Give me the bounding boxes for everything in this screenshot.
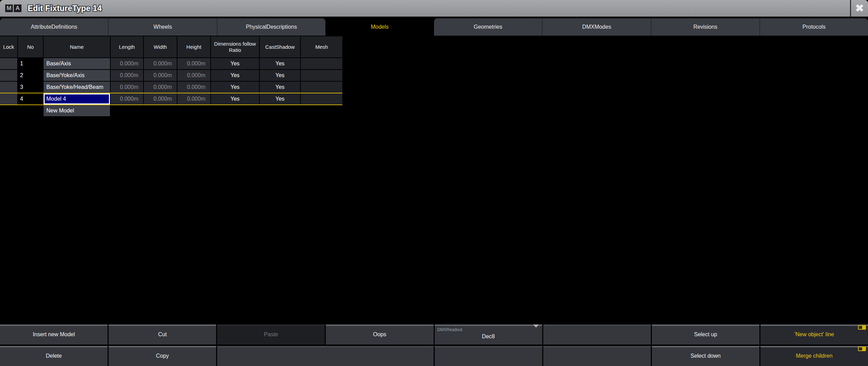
- edit-fixturetype-window: M A Edit FixtureType 14 ✖ AttributeDefin…: [0, 0, 868, 366]
- table-header-row: Lock No Name Length Width Height Dimensi…: [0, 36, 342, 57]
- delete-button[interactable]: Delete: [0, 346, 108, 366]
- column-header-dimensions-follow-ratio[interactable]: Dimensions follow Ratio: [211, 36, 259, 57]
- empty-button: [217, 346, 433, 366]
- cell-length[interactable]: 0.000m: [111, 70, 143, 81]
- ma-logo: M A: [5, 4, 21, 12]
- cell-dimensions-follow-ratio[interactable]: Yes: [211, 82, 259, 93]
- new-object-line-toggle[interactable]: 'New object' line: [760, 324, 868, 345]
- new-object-line-label: 'New object' line: [794, 331, 834, 338]
- cell-width[interactable]: 0.000m: [144, 70, 177, 81]
- empty-button: [435, 346, 542, 366]
- cell-height[interactable]: 0.000m: [177, 82, 210, 93]
- column-header-length[interactable]: Length: [111, 36, 143, 57]
- tab-attributedefinitions[interactable]: AttributeDefinitions: [0, 18, 108, 36]
- cell-no[interactable]: 1: [18, 58, 43, 69]
- cell-dimensions-follow-ratio[interactable]: Yes: [211, 70, 259, 81]
- bottom-toolbar: Insert new Model Cut Paste Oops DMXReado…: [0, 324, 868, 366]
- cell-castshadow[interactable]: Yes: [260, 58, 300, 69]
- dmx-readout-label: DMXReadout: [437, 327, 462, 332]
- close-icon: ✖: [855, 3, 864, 13]
- dmx-readout-value: Dec8: [482, 329, 495, 340]
- cell-height[interactable]: 0.000m: [177, 70, 210, 81]
- cell-mesh[interactable]: [301, 93, 342, 104]
- cell-lock[interactable]: [0, 82, 17, 93]
- tab-protocols[interactable]: Protocols: [759, 18, 868, 36]
- tab-bar: AttributeDefinitions Wheels PhysicalDesc…: [0, 18, 868, 36]
- tab-dmxmodes[interactable]: DMXModes: [542, 18, 650, 36]
- merge-children-label: Merge children: [796, 353, 833, 359]
- column-header-name[interactable]: Name: [44, 36, 110, 57]
- tab-group-left: AttributeDefinitions Wheels PhysicalDesc…: [0, 18, 325, 36]
- paste-button: Paste: [217, 324, 325, 345]
- cell-name[interactable]: Base/Yoke/Head/Beam: [44, 82, 110, 93]
- table-row: 3 Base/Yoke/Head/Beam 0.000m 0.000m 0.00…: [0, 82, 342, 93]
- cell-height[interactable]: 0.000m: [177, 58, 210, 69]
- cell-name[interactable]: Base/Axis: [44, 58, 110, 69]
- name-edit-field[interactable]: [44, 93, 110, 104]
- cell-width[interactable]: 0.000m: [144, 82, 177, 93]
- dropdown-triangle-icon: [533, 324, 539, 328]
- tab-revisions[interactable]: Revisions: [651, 18, 759, 36]
- tab-geometries[interactable]: Geometries: [434, 18, 542, 36]
- cell-length[interactable]: 0.000m: [111, 93, 143, 104]
- cell-lock[interactable]: [0, 70, 17, 81]
- table-row-selected: 4 0.000m 0.000m 0.000m Yes Yes: [0, 93, 342, 104]
- cell-width[interactable]: 0.000m: [144, 58, 177, 69]
- toggle-indicator-icon: [858, 347, 866, 351]
- cell-no[interactable]: 2: [18, 70, 43, 81]
- table-row: 1 Base/Axis 0.000m 0.000m 0.000m Yes Yes: [0, 58, 342, 69]
- column-header-lock[interactable]: Lock: [0, 36, 17, 57]
- column-header-width[interactable]: Width: [144, 36, 177, 57]
- cell-name-editing: [44, 93, 110, 104]
- column-header-mesh[interactable]: Mesh: [301, 36, 342, 57]
- toggle-indicator-icon: [858, 325, 866, 330]
- cell-castshadow[interactable]: Yes: [260, 82, 300, 93]
- cell-name[interactable]: Base/Yoke/Axis: [44, 70, 110, 81]
- table-row: 2 Base/Yoke/Axis 0.000m 0.000m 0.000m Ye…: [0, 70, 342, 81]
- select-up-button[interactable]: Select up: [652, 324, 759, 345]
- column-header-height[interactable]: Height: [177, 36, 210, 57]
- cell-no[interactable]: 4: [18, 93, 43, 104]
- tab-group-right: Geometries DMXModes Revisions Protocols: [434, 18, 868, 36]
- cell-mesh[interactable]: [301, 82, 342, 93]
- ma-logo-m: M: [5, 4, 13, 12]
- cell-dimensions-follow-ratio[interactable]: Yes: [211, 93, 259, 104]
- empty-button: [543, 346, 651, 366]
- cell-dimensions-follow-ratio[interactable]: Yes: [211, 58, 259, 69]
- cell-no[interactable]: 3: [18, 82, 43, 93]
- cell-length[interactable]: 0.000m: [111, 58, 143, 69]
- ma-logo-a: A: [14, 4, 21, 12]
- cell-castshadow[interactable]: Yes: [260, 93, 300, 104]
- cell-castshadow[interactable]: Yes: [260, 70, 300, 81]
- cell-length[interactable]: 0.000m: [111, 82, 143, 93]
- cut-button[interactable]: Cut: [109, 324, 216, 345]
- tab-physicaldescriptions[interactable]: PhysicalDescriptions: [217, 18, 325, 36]
- new-model-row[interactable]: New Model: [44, 105, 110, 116]
- select-down-button[interactable]: Select down: [652, 346, 759, 366]
- close-button[interactable]: ✖: [850, 0, 868, 17]
- dmx-readout-widget[interactable]: DMXReadout Dec8: [435, 324, 542, 345]
- column-header-castshadow[interactable]: CastShadow: [260, 36, 300, 57]
- cell-mesh[interactable]: [301, 58, 342, 69]
- tab-models[interactable]: Models: [325, 18, 434, 36]
- cell-height[interactable]: 0.000m: [177, 93, 210, 104]
- cell-mesh[interactable]: [301, 70, 342, 81]
- column-header-no[interactable]: No: [18, 36, 43, 57]
- merge-children-toggle[interactable]: Merge children: [760, 346, 868, 366]
- window-title: Edit FixtureType 14: [28, 4, 102, 13]
- cell-lock[interactable]: [0, 93, 17, 104]
- cell-width[interactable]: 0.000m: [144, 93, 177, 104]
- cell-lock[interactable]: [0, 58, 17, 69]
- copy-button[interactable]: Copy: [109, 346, 216, 366]
- empty-button: [543, 324, 651, 345]
- tab-wheels[interactable]: Wheels: [108, 18, 216, 36]
- oops-button[interactable]: Oops: [326, 324, 433, 345]
- models-table: Lock No Name Length Width Height Dimensi…: [0, 36, 342, 116]
- insert-new-model-button[interactable]: Insert new Model: [0, 324, 108, 345]
- titlebar: M A Edit FixtureType 14 ✖: [0, 0, 868, 17]
